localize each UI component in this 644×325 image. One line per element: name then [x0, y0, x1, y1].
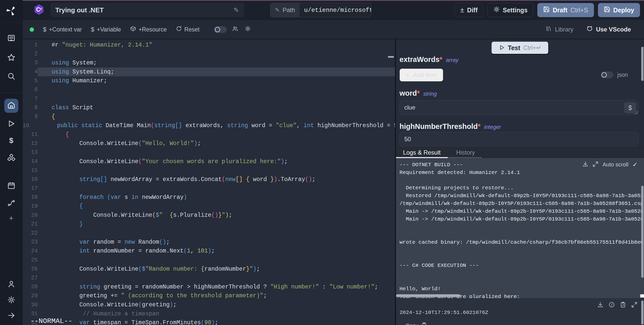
code-line[interactable]: 30 Console.WriteLine(greeting); [23, 300, 395, 309]
variable-label: +Variable [97, 26, 121, 33]
tab-history[interactable]: History [456, 149, 475, 156]
horizontal-scrollbar[interactable] [396, 294, 460, 297]
download-icon[interactable] [597, 302, 603, 309]
code-editor[interactable]: 1#r "nuget: Humanizer, 2.14.1"23using Sy… [23, 39, 395, 325]
draft-shortcut: Ctrl+S [570, 7, 588, 14]
script-title-field[interactable]: Trying out .NET ✎ [50, 3, 244, 17]
log-line [399, 177, 644, 185]
code-line[interactable]: 7 [23, 94, 395, 103]
reset-label: Reset [184, 26, 199, 33]
star-icon [7, 53, 15, 62]
code-line[interactable]: 29 greeting += " (according to the thres… [23, 292, 395, 301]
code-line[interactable]: 9{ [23, 112, 395, 121]
download-icon[interactable] [582, 161, 588, 168]
word-input[interactable] [400, 100, 638, 115]
editor-settings-button[interactable] [245, 26, 251, 33]
code-line[interactable]: 21 } [23, 220, 395, 229]
sidebar-item-home[interactable] [4, 99, 18, 113]
sidebar-item-account[interactable] [7, 280, 16, 289]
edit-title-pencil-icon[interactable]: ✎ [233, 6, 239, 14]
sidebar-item-runs[interactable] [7, 119, 16, 129]
settings-button[interactable]: Settings [488, 3, 534, 17]
collaborators-button[interactable] [232, 26, 238, 33]
diff-button[interactable]: ± Diff [454, 3, 483, 17]
sidebar-item-favorites[interactable] [7, 53, 16, 63]
use-vscode-button[interactable]: Use VScode [586, 25, 631, 33]
code-line[interactable]: 15 [23, 166, 395, 175]
expand-icon[interactable] [631, 302, 637, 309]
code-line[interactable]: 16 string[] newWordArray = extraWords.Co… [23, 175, 395, 184]
line-number: 5 [23, 78, 38, 84]
code-line[interactable]: 1#r "nuget: Humanizer, 2.14.1" [23, 41, 395, 50]
tab-logs-result[interactable]: Logs & Result [403, 149, 440, 156]
code-line[interactable]: 17 [23, 184, 395, 193]
code-line[interactable]: 10 public static DateTime Main(string[] … [23, 121, 395, 130]
vertical-scrollbar[interactable] [641, 301, 643, 324]
library-button[interactable]: Library [545, 25, 573, 33]
sidebar-item-schedules[interactable] [7, 181, 16, 191]
threshold-input[interactable] [400, 132, 638, 146]
code-line[interactable]: 22 [23, 229, 395, 238]
sidebar-item-resources[interactable] [7, 153, 16, 163]
code-line[interactable]: 5using Humanizer; [23, 76, 395, 85]
clipboard-icon[interactable] [620, 302, 626, 309]
code-text: { [52, 131, 69, 138]
code-line[interactable]: 4using System.Linq; [23, 67, 395, 77]
add-item-button[interactable]: + Add item [399, 68, 443, 82]
copy-button[interactable]: Copy [406, 322, 427, 325]
vertical-scrollbar[interactable] [641, 186, 643, 278]
field-name: highNumberThreshold* [399, 122, 480, 131]
test-button[interactable]: Test Ctrl+↵ [491, 41, 549, 54]
sidebar-item-search[interactable] [7, 72, 16, 82]
sidebar-item-workers[interactable] [7, 199, 16, 208]
add-variable-button[interactable]: $ +Variable [91, 26, 121, 33]
add-resource-button[interactable]: +Resource [130, 26, 167, 33]
search-icon [7, 72, 15, 81]
library-label: Library [555, 26, 573, 33]
code-line[interactable]: 14 Console.WriteLine("Your chosen words … [23, 157, 395, 166]
reset-button[interactable]: Reset [176, 26, 199, 33]
expand-icon[interactable] [592, 161, 598, 168]
sidebar-item-workspace[interactable] [7, 34, 16, 43]
vertical-scrollbar[interactable] [641, 47, 643, 81]
code-line[interactable]: 6 [23, 85, 395, 94]
code-line[interactable]: 25 [23, 256, 395, 265]
line-number: 10 [23, 123, 29, 129]
log-line [399, 277, 644, 285]
sidebar-item-collapse[interactable] [7, 311, 16, 321]
code-line[interactable]: 13 [23, 148, 395, 157]
code-line[interactable]: 2 [23, 50, 395, 59]
dollar-icon: $ [9, 137, 13, 144]
code-line[interactable]: 18 foreach (var s in newWordArray) [23, 193, 395, 202]
settings-label: Settings [503, 7, 528, 14]
assistant-toggle[interactable] [214, 26, 227, 33]
code-line[interactable]: 20 Console.WriteLine($" {s.Pluralize()}"… [23, 211, 395, 220]
insert-variable-button[interactable]: $ [624, 102, 636, 113]
code-line[interactable]: 24 int randomNumber = random.Next(1, 101… [23, 247, 395, 256]
autoscroll-label[interactable]: Auto scroll [602, 161, 628, 168]
code-line[interactable]: 28 string greeting = randomNumber > high… [23, 282, 395, 292]
svg-text:C: C [36, 6, 41, 13]
code-line[interactable]: 23 var random = new Random(); [23, 238, 395, 247]
code-line[interactable]: 19 { [23, 202, 395, 211]
path-field[interactable]: ✎ Path u/etienne/microsoft_java_test [270, 3, 371, 17]
code-line[interactable]: 26 Console.WriteLine($"Random number: {r… [23, 265, 395, 274]
deploy-button[interactable]: Deploy [598, 3, 640, 17]
sidebar-item-add[interactable]: + [7, 213, 16, 223]
add-context-var-button[interactable]: $ +Context var [43, 26, 82, 33]
code-line[interactable]: 8class Script [23, 103, 395, 112]
code-line[interactable]: 11 { [23, 130, 395, 139]
code-line[interactable]: 32 var timespan = TimeSpan.FromMinutes(9… [23, 318, 395, 325]
info-icon[interactable] [609, 302, 615, 309]
code-line[interactable]: 27 [23, 273, 395, 282]
sidebar-item-settings[interactable] [7, 296, 16, 305]
code-line[interactable]: 31 // Humanize a timespan [23, 309, 395, 318]
code-line[interactable]: 12 Console.WriteLine("Hello, World!"); [23, 139, 395, 148]
sidebar-item-variables[interactable]: $ [7, 136, 16, 145]
line-number: 19 [23, 203, 38, 209]
log-output[interactable]: --- DOTNET BUILD ---Requirement detected… [396, 158, 644, 298]
sidebar-logo-cell[interactable] [0, 0, 23, 23]
json-toggle[interactable] [601, 71, 613, 78]
code-line[interactable]: 3using System; [23, 58, 395, 67]
draft-button[interactable]: Draft Ctrl+S [537, 3, 594, 17]
